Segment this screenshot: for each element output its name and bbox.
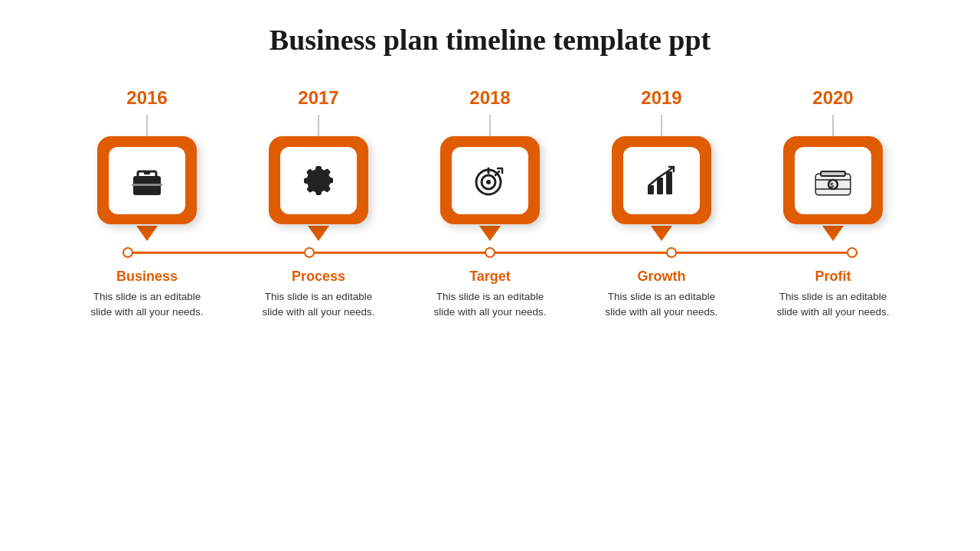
connector-1 [146,115,148,136]
icon-box-business [97,136,197,224]
label-block-profit: Profit This slide is an editable slide w… [772,269,894,321]
dot-5 [847,247,858,258]
label-desc-process: This slide is an editable slide with all… [257,289,380,321]
label-title-growth: Growth [600,269,723,285]
connector-2 [318,115,319,136]
arrow-business [136,226,158,241]
label-title-business: Business [86,269,208,285]
arrow-profit [822,226,844,241]
money-icon: $ [813,161,853,201]
label-desc-business: This slide is an editable slide with all… [86,289,208,321]
dot-2 [304,247,315,258]
labels-row: Business This slide is an editable slide… [46,269,934,321]
connector-5 [832,115,834,136]
label-block-growth: Growth This slide is an editable slide w… [600,269,723,321]
icon-box-growth [612,136,711,224]
icon-inner-growth [623,147,700,214]
dot-4 [666,247,677,258]
svg-point-6 [486,180,491,184]
years-row: 2016 2017 2018 2019 2020 [46,87,934,109]
label-desc-growth: This slide is an editable slide with all… [600,289,723,321]
icon-box-target [440,136,540,224]
year-2018: 2018 [429,87,551,109]
arrow-target [479,226,501,241]
year-2016: 2016 [86,87,208,109]
label-title-process: Process [257,269,380,285]
svg-rect-16 [821,171,845,176]
year-2020: 2020 [772,87,894,109]
svg-text:$: $ [830,181,834,189]
arrow-process [308,226,329,241]
label-desc-target: This slide is an editable slide with all… [429,289,551,321]
arrow-growth [651,226,672,241]
gear-icon [299,161,338,201]
briefcase-icon [127,161,167,201]
label-block-business: Business This slide is an editable slide… [86,269,208,321]
connector-3 [489,115,491,136]
year-2017: 2017 [257,87,380,109]
label-block-process: Process This slide is an editable slide … [257,269,380,321]
icon-inner-process [280,147,357,214]
year-2019: 2019 [600,87,723,109]
svg-rect-10 [657,178,663,194]
slide-title: Business plan timeline template ppt [270,23,710,57]
icon-inner-target [452,147,528,214]
svg-rect-3 [132,184,162,186]
icon-block-target [429,115,551,241]
label-title-profit: Profit [772,269,894,285]
chart-icon [642,161,681,201]
icon-block-process [257,115,380,241]
dot-1 [122,247,133,258]
target-icon [470,161,510,201]
dot-3 [485,247,495,258]
timeline-line-row [46,244,934,261]
icon-box-process [269,136,368,224]
svg-rect-11 [666,171,672,194]
timeline-area: 2016 2017 2018 2019 2020 [46,87,934,321]
label-block-target: Target This slide is an editable slide w… [429,269,551,321]
icon-inner-business [109,147,185,214]
icon-block-business [86,115,208,241]
svg-rect-9 [648,185,654,194]
dots-row [122,247,858,258]
svg-rect-2 [144,171,150,174]
connector-4 [661,115,662,136]
label-title-target: Target [429,269,551,285]
icon-inner-profit: $ [795,147,871,214]
icon-block-growth [600,115,723,241]
label-desc-profit: This slide is an editable slide with all… [772,289,894,321]
icons-row: $ [46,115,934,241]
icon-box-profit: $ [783,136,883,224]
icon-block-profit: $ [772,115,894,241]
slide: Business plan timeline template ppt 2016… [0,0,980,551]
